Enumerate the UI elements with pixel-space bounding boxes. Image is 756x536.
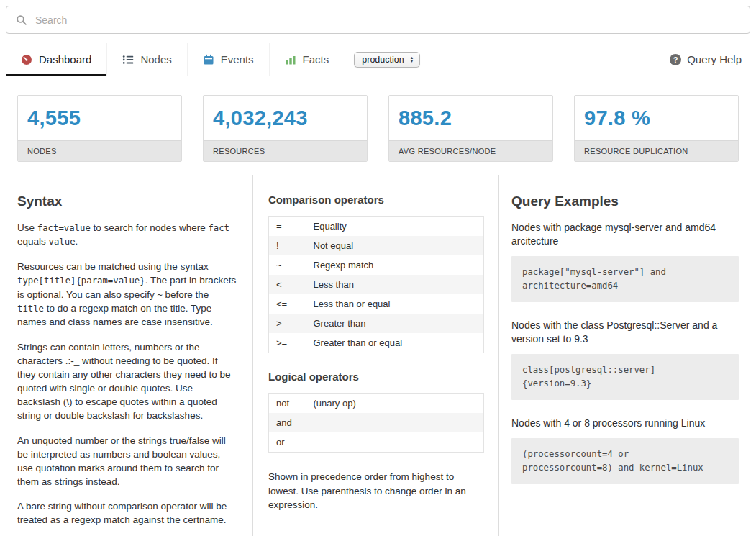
operator-row: not(unary op) <box>269 394 484 414</box>
operator-symbol: > <box>269 314 306 333</box>
text-segment: A bare string without comparison operato… <box>17 501 227 525</box>
facts-icon <box>285 54 296 65</box>
logical-table-body: not(unary op)andor <box>269 394 484 453</box>
puppet-explorer-app: Dashboard Nodes Events <box>0 6 756 536</box>
comparison-table-body: =Equality!=Not equal~Regexp match<Less t… <box>269 217 484 353</box>
operator-symbol: ~ <box>269 255 306 275</box>
operator-description: Not equal <box>306 236 484 255</box>
search-input[interactable] <box>35 14 740 26</box>
tab-dashboard-label: Dashboard <box>39 53 91 65</box>
query-examples-list: Nodes with package mysql-server and amd6… <box>511 221 739 484</box>
operator-row: <=Less than or equal <box>269 294 484 314</box>
inline-code: fact=value <box>37 223 91 233</box>
text-segment: . <box>76 236 78 247</box>
text-segment: Use <box>17 222 37 233</box>
stat-value: 885.2 <box>389 96 552 140</box>
query-help-button[interactable]: ? Query Help <box>661 43 750 76</box>
example-code: package["mysql-server"] and architecture… <box>511 256 739 302</box>
inline-code: ~ <box>157 290 162 300</box>
operator-description: Less than <box>306 275 484 294</box>
example-code: (processorcount=4 or processorcount=8) a… <box>511 438 739 484</box>
stat-card-avg-resources: 885.2 AVG RESOURCES/NODE <box>388 95 553 162</box>
inline-code: type[title]{param=value} <box>17 276 145 286</box>
operator-description <box>306 432 484 453</box>
search-bar <box>6 6 750 34</box>
stat-value: 4,032,243 <box>204 96 367 140</box>
operator-row: or <box>269 432 484 453</box>
operator-symbol: < <box>269 275 306 294</box>
stat-label: AVG RESOURCES/NODE <box>389 140 552 161</box>
example-description: Nodes with 4 or 8 processors running Lin… <box>511 417 739 430</box>
search-icon <box>16 14 27 26</box>
syntax-title: Syntax <box>17 194 238 209</box>
operator-row: <Less than <box>269 275 484 294</box>
operator-description: Equality <box>306 217 484 237</box>
tab-facts[interactable]: Facts <box>270 43 345 76</box>
stat-card-resources: 4,032,243 RESOURCES <box>203 95 368 162</box>
help-columns: Syntax Use fact=value to search for node… <box>17 175 739 536</box>
inline-code: title <box>17 304 44 314</box>
example-description: Nodes with package mysql-server and amd6… <box>511 221 739 248</box>
syntax-section: Syntax Use fact=value to search for node… <box>17 175 252 536</box>
logical-operators-table: not(unary op)andor <box>268 393 484 453</box>
text-segment: before the <box>163 289 209 300</box>
operator-symbol: >= <box>269 333 306 353</box>
stat-label: RESOURCES <box>204 140 367 161</box>
precedence-note: Shown in precedence order from highest t… <box>268 470 484 512</box>
tab-events-label: Events <box>221 53 254 65</box>
operator-row: =Equality <box>269 217 484 237</box>
question-icon: ? <box>670 54 681 65</box>
operator-description: Regexp match <box>306 255 484 275</box>
syntax-paragraph: Strings can contain letters, numbers or … <box>17 340 238 423</box>
text-segment: equals <box>17 236 49 247</box>
tab-nodes-label: Nodes <box>140 53 171 65</box>
syntax-paragraph: Use fact=value to search for nodes where… <box>17 221 238 249</box>
text-segment: to search for nodes where <box>91 222 209 233</box>
select-arrows-icon: ▲▼ <box>410 56 414 63</box>
main-nav: Dashboard Nodes Events <box>6 43 750 76</box>
operator-symbol: or <box>269 432 306 453</box>
text-segment: Strings can contain letters, numbers or … <box>17 342 230 422</box>
comparison-operators-table: =Equality!=Not equal~Regexp match<Less t… <box>268 216 484 353</box>
text-segment: An unquoted number or the strings true/f… <box>17 435 226 487</box>
tab-events[interactable]: Events <box>188 43 270 76</box>
stat-label: RESOURCE DUPLICATION <box>575 140 738 161</box>
comparison-operators-title: Comparison operators <box>268 194 484 206</box>
environment-select[interactable]: production ▲▼ <box>354 52 420 68</box>
inline-code: fact <box>208 223 229 233</box>
example-description: Nodes with the class Postgresql::Server … <box>511 319 739 346</box>
syntax-paragraph: A bare string without comparison operato… <box>17 499 238 527</box>
operator-description <box>306 413 484 432</box>
operator-symbol: <= <box>269 294 306 314</box>
query-examples-title: Query Examples <box>511 194 739 209</box>
stat-value: 97.8 % <box>575 96 738 140</box>
operator-row: !=Not equal <box>269 236 484 255</box>
logical-operators-title: Logical operators <box>268 371 484 383</box>
operator-row: and <box>269 413 484 432</box>
stat-label: NODES <box>18 140 181 161</box>
nav-spacer <box>420 43 661 76</box>
operator-row: >Greater than <box>269 314 484 333</box>
syntax-paragraphs: Use fact=value to search for nodes where… <box>17 221 238 527</box>
operator-description: Less than or equal <box>306 294 484 314</box>
operator-symbol: and <box>269 413 306 432</box>
tab-nodes[interactable]: Nodes <box>107 43 187 76</box>
inline-code: value <box>49 237 76 247</box>
nodes-icon <box>122 54 134 65</box>
operator-description: Greater than <box>306 314 484 333</box>
dashboard-icon <box>21 54 32 65</box>
operator-symbol: != <box>269 236 306 255</box>
operator-symbol: not <box>269 394 306 414</box>
operator-symbol: = <box>269 217 306 237</box>
operator-description: Greater than or equal <box>306 333 484 353</box>
stat-value: 4,555 <box>18 96 181 140</box>
operators-section: Comparison operators =Equality!=Not equa… <box>252 175 499 536</box>
events-icon <box>203 54 214 65</box>
query-help-label: Query Help <box>687 53 742 65</box>
stat-card-resource-duplication: 97.8 % RESOURCE DUPLICATION <box>574 95 739 162</box>
tab-dashboard[interactable]: Dashboard <box>6 43 107 76</box>
example-code: class[postgresql::server] {version=9.3} <box>511 354 739 400</box>
operator-description: (unary op) <box>306 394 484 414</box>
syntax-paragraph: Resources can be matched using the synta… <box>17 260 238 330</box>
text-segment: Resources can be matched using the synta… <box>17 261 209 272</box>
